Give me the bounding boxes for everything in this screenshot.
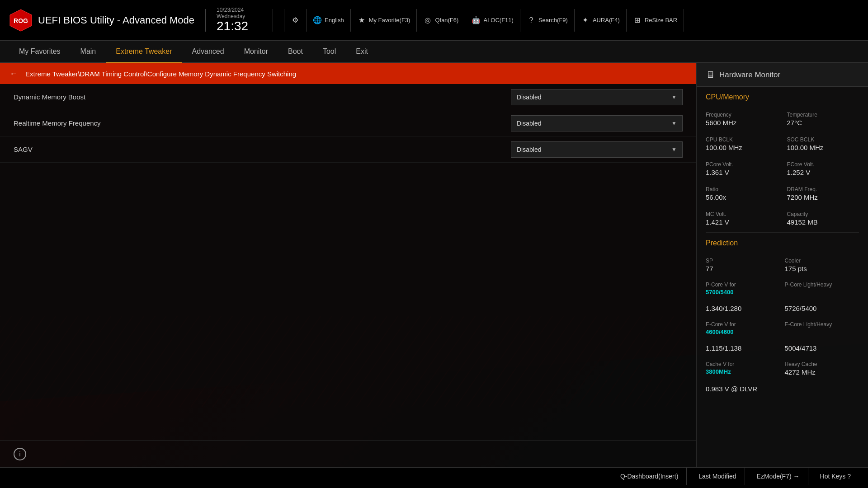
prediction-row-pcore-values: 1.340/1.280 5726/5400 bbox=[697, 300, 868, 317]
setting-control-dynamic-memory-boost[interactable]: Disabled ▼ bbox=[511, 89, 683, 105]
search-btn[interactable]: ? Search(F9) bbox=[520, 9, 575, 32]
nav-main[interactable]: Main bbox=[71, 41, 106, 62]
my-favorite-btn[interactable]: ★ My Favorite(F3) bbox=[351, 9, 417, 32]
navbar: My Favorites Main Extreme Tweaker Advanc… bbox=[0, 41, 868, 63]
resize-bar-label: ReSize BAR bbox=[645, 17, 677, 23]
info-bottom: i bbox=[0, 440, 696, 467]
aura-btn[interactable]: ✦ AURA(F4) bbox=[575, 9, 627, 32]
content-panel: ← Extreme Tweaker\DRAM Timing Control\Co… bbox=[0, 63, 696, 467]
monitor-item-dram-freq: DRAM Freq. 7200 MHz bbox=[787, 183, 859, 204]
monitor-item-cooler: Cooler 175 pts bbox=[785, 255, 859, 275]
setting-control-realtime-memory-frequency[interactable]: Disabled ▼ bbox=[511, 115, 683, 131]
time-display: 21:32 bbox=[217, 19, 248, 33]
datetime: 10/23/2024Wednesday 21:32 bbox=[217, 7, 262, 33]
svg-text:ROG: ROG bbox=[14, 17, 28, 24]
header: ROG UEFI BIOS Utility - Advanced Mode 10… bbox=[0, 0, 868, 41]
monitor-item-cpu-bclk: CPU BCLK 100.00 MHz bbox=[706, 134, 778, 154]
prediction-row-cache-headers: Cache V for 3800MHz Heavy Cache 4272 MHz bbox=[697, 357, 868, 380]
setting-row-realtime-memory-frequency: Realtime Memory Frequency Disabled ▼ bbox=[0, 110, 696, 136]
language-label: English bbox=[325, 17, 344, 23]
monitor-item-ecore-volt: ECore Volt. 1.252 V bbox=[787, 159, 859, 179]
monitor-item-mc-volt: MC Volt. 1.421 V bbox=[706, 208, 778, 229]
nav-exit[interactable]: Exit bbox=[346, 41, 378, 62]
prediction-section-title: Prediction bbox=[697, 233, 868, 251]
ai-oc-btn[interactable]: 🤖 AI OC(F11) bbox=[465, 9, 520, 32]
dropdown-value-realtime-memory-frequency: Disabled bbox=[517, 120, 541, 127]
qfan-btn[interactable]: ◎ Qfan(F6) bbox=[417, 9, 465, 32]
dropdown-realtime-memory-frequency[interactable]: Disabled ▼ bbox=[511, 115, 683, 131]
monitor-item-temperature: Temperature 27°C bbox=[787, 109, 859, 129]
ai-icon: 🤖 bbox=[472, 16, 481, 25]
monitor-item-ratio: Ratio 56.00x bbox=[706, 183, 778, 204]
footer-btn-qdashboard[interactable]: Q-Dashboard(Insert) bbox=[612, 468, 687, 485]
setting-row-sagv: SAGV Disabled ▼ bbox=[0, 136, 696, 163]
hardware-monitor-panel: 🖥 Hardware Monitor CPU/Memory Frequency … bbox=[696, 63, 868, 467]
setting-label-dynamic-memory-boost: Dynamic Memory Boost bbox=[14, 93, 511, 101]
star-icon: ★ bbox=[357, 16, 366, 25]
footer-btn-hotkeys[interactable]: Hot Keys ? bbox=[812, 468, 859, 485]
header-divider bbox=[205, 9, 206, 32]
breadcrumb-text: Extreme Tweaker\DRAM Timing Control\Conf… bbox=[25, 70, 296, 78]
hw-monitor-header: 🖥 Hardware Monitor bbox=[697, 63, 868, 87]
nav-tool[interactable]: Tool bbox=[313, 41, 346, 62]
globe-icon: 🌐 bbox=[313, 16, 322, 25]
footer-area: Q-Dashboard(Insert) Last Modified EzMode… bbox=[0, 467, 868, 488]
pcore-v-for-value: 5700/5400 bbox=[706, 289, 780, 296]
ai-oc-label: AI OC(F11) bbox=[483, 17, 513, 23]
prediction-row-sp-cooler: SP 77 Cooler 175 pts bbox=[697, 253, 868, 277]
fan-icon: ◎ bbox=[423, 16, 432, 25]
qfan-label: Qfan(F6) bbox=[435, 17, 458, 23]
search-icon: ? bbox=[527, 16, 536, 25]
nav-monitor[interactable]: Monitor bbox=[234, 41, 278, 62]
monitor-item-cache-v-for-label: Cache V for 3800MHz bbox=[706, 358, 780, 379]
cache-v-for-value: 3800MHz bbox=[706, 368, 780, 375]
settings-btn[interactable]: ⚙ bbox=[284, 9, 307, 32]
hw-monitor-title: Hardware Monitor bbox=[719, 70, 780, 80]
monitor-item-ecore-lh-label: E-Core Light/Heavy bbox=[785, 319, 859, 338]
monitor-item-pcore-v-value: 1.340/1.280 bbox=[706, 302, 780, 315]
aura-label: AURA(F4) bbox=[593, 17, 620, 23]
chevron-down-icon: ▼ bbox=[671, 94, 677, 100]
nav-boot[interactable]: Boot bbox=[278, 41, 313, 62]
setting-label-sagv: SAGV bbox=[14, 145, 511, 153]
nav-my-favorites[interactable]: My Favorites bbox=[9, 41, 71, 62]
dropdown-value-sagv: Disabled bbox=[517, 146, 541, 153]
content-spacer bbox=[0, 262, 696, 440]
logo-area: ROG UEFI BIOS Utility - Advanced Mode bbox=[9, 9, 194, 32]
monitor-item-pcore-v-for-label: P-Core V for 5700/5400 bbox=[706, 279, 780, 298]
footer-btn-ezmode[interactable]: EzMode(F7) → bbox=[749, 468, 808, 485]
prediction-row-cache-values: 0.983 V @ DLVR bbox=[697, 380, 868, 397]
monitor-item-ecore-speed: 5004/4713 bbox=[785, 342, 859, 355]
resize-icon: ⊞ bbox=[633, 16, 642, 25]
dropdown-value-dynamic-memory-boost: Disabled bbox=[517, 94, 541, 101]
setting-control-sagv[interactable]: Disabled ▼ bbox=[511, 141, 683, 158]
info-icon: i bbox=[14, 448, 26, 460]
language-btn[interactable]: 🌐 English bbox=[307, 9, 351, 32]
search-label: Search(F9) bbox=[538, 17, 568, 23]
dropdown-sagv[interactable]: Disabled ▼ bbox=[511, 141, 683, 158]
back-button[interactable]: ← bbox=[7, 67, 20, 80]
ecore-v-for-value: 4600/4600 bbox=[706, 328, 780, 335]
breadcrumb: ← Extreme Tweaker\DRAM Timing Control\Co… bbox=[0, 63, 696, 84]
cpu-memory-grid: Frequency 5600 MHz Temperature 27°C CPU … bbox=[697, 105, 868, 232]
gear-icon: ⚙ bbox=[291, 16, 300, 25]
monitor-item-capacity: Capacity 49152 MB bbox=[787, 208, 859, 229]
cpu-memory-section-title: CPU/Memory bbox=[697, 87, 868, 105]
resize-bar-btn[interactable]: ⊞ ReSize BAR bbox=[627, 9, 684, 32]
footer-btn-last-modified[interactable]: Last Modified bbox=[690, 468, 745, 485]
header-divider-2 bbox=[273, 9, 273, 32]
nav-extreme-tweaker[interactable]: Extreme Tweaker bbox=[106, 41, 182, 63]
monitor-item-soc-bclk: SOC BCLK 100.00 MHz bbox=[787, 134, 859, 154]
monitor-item-heavy-cache-label: Heavy Cache 4272 MHz bbox=[785, 358, 859, 379]
footer-buttons-bar: Q-Dashboard(Insert) Last Modified EzMode… bbox=[0, 468, 868, 485]
nav-advanced[interactable]: Advanced bbox=[182, 41, 234, 62]
my-favorite-label: My Favorite(F3) bbox=[369, 17, 410, 23]
prediction-row-pcore-headers: P-Core V for 5700/5400 P-Core Light/Heav… bbox=[697, 277, 868, 300]
chevron-down-icon-3: ▼ bbox=[671, 146, 677, 153]
dropdown-dynamic-memory-boost[interactable]: Disabled ▼ bbox=[511, 89, 683, 105]
chevron-down-icon-2: ▼ bbox=[671, 120, 677, 127]
main-area: ← Extreme Tweaker\DRAM Timing Control\Co… bbox=[0, 63, 868, 467]
prediction-row-ecore-headers: E-Core V for 4600/4600 E-Core Light/Heav… bbox=[697, 317, 868, 340]
monitor-item-pcore-lh-label: P-Core Light/Heavy bbox=[785, 279, 859, 298]
monitor-icon: 🖥 bbox=[706, 70, 715, 80]
